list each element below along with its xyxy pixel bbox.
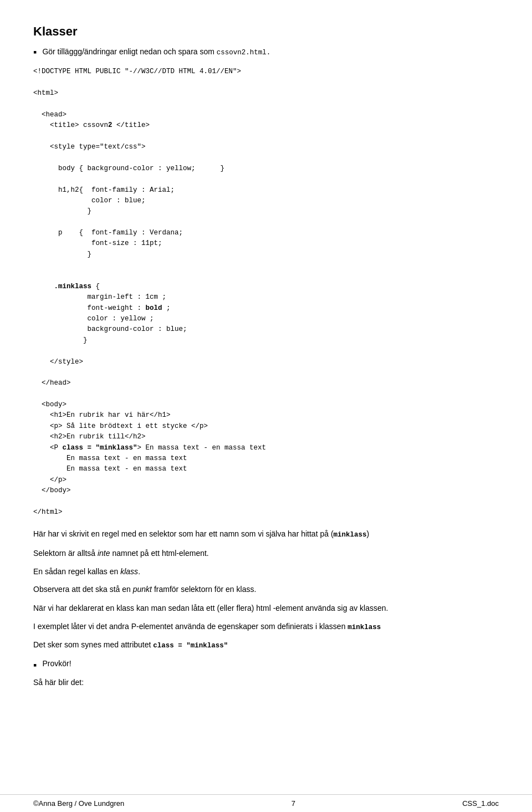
prose-7-code: class = "minklass" — [153, 642, 228, 650]
bullet-point: ▪ — [33, 46, 37, 59]
code-block: <!DOCTYPE HTML PUBLIC "-//W3C//DTD HTML … — [33, 67, 499, 518]
intro-code: cssovn2.html. — [217, 49, 271, 57]
prose-3: En sådan regel kallas en klass. — [33, 565, 499, 578]
prose-6-code: minklass — [347, 624, 381, 631]
sadan-label: Så här blir det: — [33, 676, 499, 688]
prose-4-italic: punkt — [133, 585, 152, 594]
intro-section: ▪ Gör tilläggg/ändringar enligt nedan oc… — [33, 46, 499, 59]
prose-5: När vi har deklarerat en klass kan man s… — [33, 602, 499, 614]
prose-1-code: minklass — [334, 531, 367, 539]
prose-3-italic: klass — [120, 567, 138, 576]
provkor-section: ▪ Provkör! — [33, 658, 499, 673]
prose-2-italic: inte — [98, 549, 110, 558]
prose-1: Här har vi skrivit en regel med en selek… — [33, 528, 499, 540]
prose-6: I exemplet låter vi det andra P-elemente… — [33, 620, 499, 633]
prose-4: Observera att det ska stå en punkt framf… — [33, 583, 499, 595]
intro-text: Gör tilläggg/ändringar enligt nedan och … — [42, 46, 270, 58]
page-heading: Klasser — [33, 22, 499, 40]
provkor-label: Provkör! — [42, 658, 71, 670]
main-content: Klasser ▪ Gör tilläggg/ändringar enligt … — [33, 22, 499, 726]
prose-7: Det sker som synes med attributet class … — [33, 639, 499, 651]
prose-2: Selektorn är alltså inte namnet på ett h… — [33, 547, 499, 559]
provkor-bullet: ▪ — [33, 658, 37, 673]
